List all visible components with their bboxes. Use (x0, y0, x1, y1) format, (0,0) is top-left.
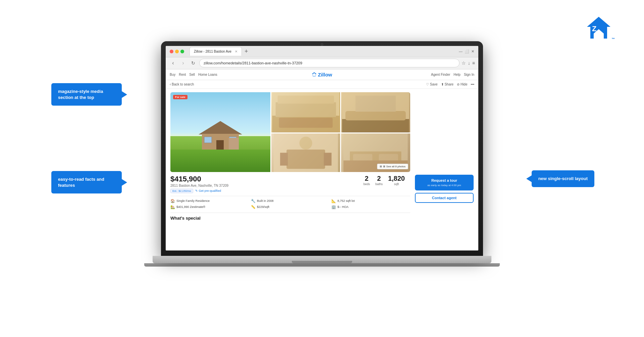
svg-rect-13 (345, 111, 406, 120)
nav-home-loans[interactable]: Home Loans (198, 73, 217, 76)
minimize-win-icon[interactable]: — (459, 49, 463, 53)
sqft-number: 1,820 (388, 175, 405, 182)
house-illustration (197, 119, 244, 150)
nav-buy[interactable]: Buy (170, 73, 175, 76)
kitchen-illustration (271, 92, 340, 132)
listing-body: For sale (166, 89, 478, 250)
maximize-win-icon[interactable]: ⬜ (465, 49, 469, 54)
beds-label: beds (363, 182, 370, 186)
nav-signin[interactable]: Sign In (464, 73, 474, 76)
whats-special-section: What's special (170, 213, 410, 221)
fact-zestimate: 🏡 $401,990 Zestimate® (170, 205, 249, 209)
est-payment-row: Est.: $2,150/mo ✎ Get pre-qualified (170, 189, 358, 193)
browser-toolbar: ‹ › ↻ zillow.com/homedetails/2811-bastio… (166, 57, 478, 69)
browser-titlebar: Zillow - 2811 Bastion Ave ✕ + — ⬜ ✕ (166, 46, 478, 57)
browser-chrome: Zillow - 2811 Bastion Ave ✕ + — ⬜ ✕ ‹ › … (166, 46, 478, 250)
hide-action[interactable]: ⊘ Hide (457, 82, 467, 86)
nav-agent-finder[interactable]: Agent Finder (431, 73, 450, 76)
price-address-section: $415,900 2811 Bastion Ave, Nashville, TN… (170, 175, 358, 193)
laptop-container: Zillow - 2811 Bastion Ave ✕ + — ⬜ ✕ ‹ › … (144, 41, 500, 296)
property-stats: 2 beds 2 baths 1,820 (358, 175, 410, 186)
back-nav-button[interactable]: ‹ (169, 59, 177, 67)
screen-bezel: Zillow - 2811 Bastion Ave ✕ + — ⬜ ✕ ‹ › … (161, 41, 483, 256)
nav-rent[interactable]: Rent (179, 73, 186, 76)
request-tour-button[interactable]: Request a tour as early as today at 4:00… (415, 175, 474, 191)
menu-icon[interactable]: ≡ (472, 60, 475, 66)
back-to-search-link[interactable]: ‹ Back to search (170, 82, 194, 86)
photo-grid: For sale (170, 92, 410, 172)
svg-rect-18 (324, 153, 331, 165)
nav-help[interactable]: Help (453, 73, 461, 76)
svg-rect-14 (356, 96, 396, 112)
svg-rect-12 (342, 119, 409, 132)
lot-icon: 📐 (331, 199, 336, 203)
home-icon: 🏠 (170, 199, 175, 203)
tab-label: Zillow - 2811 Bastion Ave (194, 50, 231, 53)
see-all-photos-button[interactable]: ⊞ ⊞ See all 8 photos (377, 164, 408, 169)
forward-nav-button[interactable]: › (179, 59, 187, 67)
zillow-brand-icon: Z (585, 15, 612, 40)
zillow-logo: Zillow (312, 72, 332, 77)
listing-actions: ♡ Save ⬆ Share ⊘ Hide ••• (426, 82, 474, 86)
annotation-facts: easy-to-read facts and features (51, 171, 122, 193)
fact-lot: 📐 8,752 sqft lot (331, 199, 410, 203)
zestimate-icon: 🏡 (170, 205, 175, 209)
laptop-base (153, 256, 491, 263)
refresh-nav-button[interactable]: ↻ (189, 59, 197, 67)
baths-label: baths (375, 182, 383, 186)
svg-rect-16 (286, 149, 325, 169)
laptop-bottom (144, 263, 500, 267)
share-action[interactable]: ⬆ Share (441, 82, 453, 86)
nav-sell[interactable]: Sell (189, 73, 195, 76)
close-button[interactable] (170, 50, 173, 53)
download-icon[interactable]: ↓ (468, 60, 470, 66)
ruler-icon: 📏 (251, 205, 256, 209)
whats-special-title: What's special (170, 216, 410, 221)
listing-main-content: For sale (170, 92, 410, 247)
maximize-button[interactable] (180, 50, 184, 53)
annotation-media: magazine-style media section at the top (51, 83, 122, 106)
photo-thumb-dining[interactable] (271, 133, 340, 172)
fact-type: 🏠 Single Family Residence (170, 199, 249, 203)
photo-thumb-master[interactable]: ⊞ ⊞ See all 8 photos (341, 133, 410, 172)
zillow-navbar: Buy Rent Sell Home Loans (166, 69, 478, 80)
sqft-label: sqft (388, 182, 405, 186)
zillow-brand-logo: Z ™ (585, 15, 612, 40)
contact-agent-button[interactable]: Contact agent (415, 193, 474, 203)
listing-subheader: ‹ Back to search ♡ Save ⬆ Share ⊘ Hide •… (166, 80, 478, 89)
grid-icon: ⊞ (380, 165, 382, 168)
svg-rect-3 (204, 137, 212, 143)
get-prequalified-button[interactable]: ✎ Get pre-qualified (195, 189, 221, 192)
facts-grid: 🏠 Single Family Residence 🔧 Built in 200… (170, 196, 410, 209)
tab-close-icon[interactable]: ✕ (235, 50, 237, 53)
svg-rect-2 (216, 140, 224, 150)
see-all-label: ⊞ See all 8 photos (383, 165, 406, 168)
save-action[interactable]: ♡ Save (426, 82, 438, 86)
calendar-icon: 🔧 (251, 199, 256, 203)
zillow-page: Buy Rent Sell Home Loans (166, 69, 478, 250)
svg-rect-8 (276, 102, 336, 117)
minimize-button[interactable] (175, 50, 179, 53)
svg-text:Z: Z (592, 24, 596, 33)
new-tab-icon[interactable]: + (245, 48, 248, 55)
sqft-stat: 1,820 sqft (388, 175, 405, 186)
fact-price-sqft: 📏 $229/sqft (251, 205, 330, 209)
camera-dot (321, 43, 323, 46)
baths-number: 2 (375, 175, 383, 182)
address-bar[interactable]: zillow.com/homedetails/2811-bastion-ave-… (199, 59, 460, 67)
fact-hoa: 🏢 $-- HOA (331, 205, 410, 209)
contact-panel: Request a tour as early as today at 4:00… (415, 175, 474, 247)
browser-tab[interactable]: Zillow - 2811 Bastion Ave ✕ (190, 47, 242, 56)
hoa-icon: 🏢 (331, 205, 336, 209)
close-win-icon[interactable]: ✕ (471, 49, 474, 54)
beds-stat: 2 beds (363, 175, 370, 186)
main-photo[interactable]: For sale (170, 92, 270, 172)
photo-thumb-kitchen[interactable] (271, 92, 340, 132)
zillow-logo-icon (312, 72, 317, 77)
more-action[interactable]: ••• (471, 82, 474, 86)
bookmark-icon[interactable]: ☆ (462, 60, 466, 66)
laptop-screen: Zillow - 2811 Bastion Ave ✕ + — ⬜ ✕ ‹ › … (166, 46, 478, 250)
window-controls (170, 50, 184, 53)
request-tour-label: Request a tour (419, 178, 470, 183)
photo-thumb-living[interactable] (341, 92, 410, 132)
